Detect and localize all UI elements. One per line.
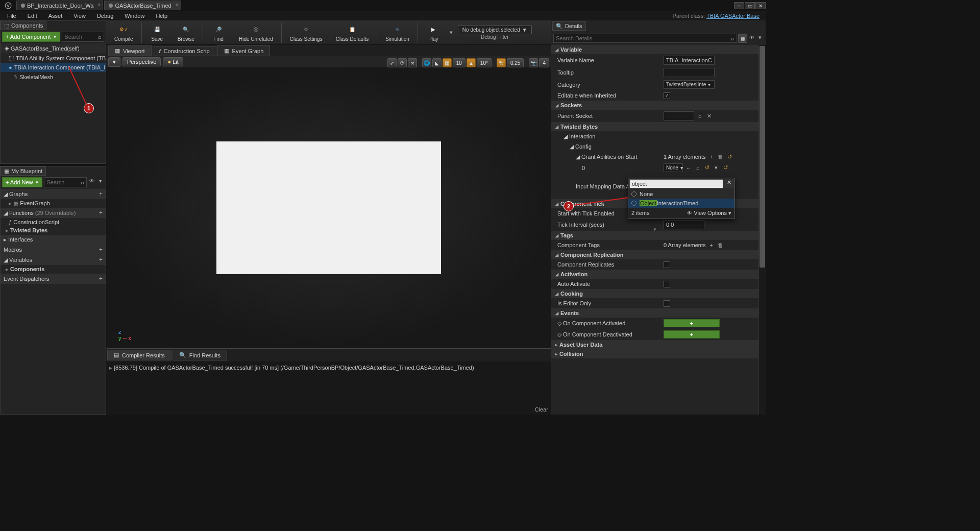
tab-construction[interactable]: f Construction Scrip	[153, 46, 216, 56]
reset-icon[interactable]: ↺	[726, 153, 733, 160]
menu-view[interactable]: View	[68, 12, 91, 20]
replicates-checkbox[interactable]	[664, 261, 670, 268]
asset-option-object-interaction[interactable]: ObjectInteractionTimed	[628, 199, 734, 208]
parent-socket-input[interactable]	[664, 111, 694, 120]
category-activation[interactable]: ◢Activation	[551, 270, 758, 279]
chevron-down-icon[interactable]: ▾	[756, 34, 764, 41]
select-mode-button[interactable]: ⤢	[387, 58, 397, 67]
scale-snap-button[interactable]: %	[497, 58, 506, 67]
function-construction[interactable]: ƒ ConstructionScript	[1, 218, 106, 226]
close-icon[interactable]: ×	[176, 2, 179, 8]
menu-file[interactable]: File	[2, 12, 21, 20]
add-new-button[interactable]: + Add New ▼	[2, 177, 42, 187]
blueprint-search-input[interactable]	[46, 179, 81, 185]
add-element-icon[interactable]: +	[708, 153, 715, 160]
eye-icon[interactable]	[748, 34, 755, 41]
browse-button[interactable]: 🔍 Browse	[172, 22, 201, 43]
asset-search-input[interactable]	[629, 179, 723, 188]
clear-search-button[interactable]: ✕	[724, 179, 733, 188]
property-matrix-button[interactable]: ▦	[738, 34, 747, 43]
angle-snap-value[interactable]: 10°	[477, 58, 492, 67]
details-search[interactable]: ⌕	[553, 34, 737, 43]
clear-button[interactable]: Clear	[535, 406, 548, 413]
section-functions[interactable]: ◢ Functions (29 Overridable) +	[1, 208, 106, 218]
add-icon[interactable]: +	[99, 256, 103, 263]
add-component-button[interactable]: + Add Component ▼	[2, 32, 60, 42]
menu-edit[interactable]: Edit	[22, 12, 42, 20]
debug-object-dropdown[interactable]: No debug object selected ▼	[458, 26, 532, 34]
blueprint-search[interactable]: ⌕	[44, 177, 87, 187]
sub-interaction[interactable]: ◢ Interaction	[551, 133, 664, 140]
parent-class-link[interactable]: TBIA GASActor Base	[706, 13, 760, 19]
close-window-button[interactable]: ✕	[755, 2, 766, 9]
my-blueprint-tab[interactable]: ▦ My Blueprint	[1, 166, 46, 176]
class-defaults-button[interactable]: 📋 Class Defaults	[330, 22, 375, 43]
array-element-dropdown[interactable]: None▾	[664, 163, 683, 172]
category-collision[interactable]: ▸Collision	[551, 349, 758, 358]
tooltip-input[interactable]	[664, 68, 715, 77]
compiler-log[interactable]: ▸ [8536.79] Compile of GASActorBase_Time…	[106, 361, 551, 415]
find-button[interactable]: 🔎 Find	[205, 22, 232, 43]
section-variables[interactable]: ◢ Variables +	[1, 255, 106, 265]
category-asset-user-data[interactable]: ▸Asset User Data	[551, 340, 758, 349]
section-interfaces[interactable]: ▸ Interfaces	[1, 235, 106, 245]
category-events[interactable]: ◢Events	[551, 308, 758, 318]
trash-icon[interactable]: 🗑	[717, 153, 724, 160]
eye-icon[interactable]	[88, 177, 95, 184]
section-event-dispatchers[interactable]: Event Dispatchers +	[1, 274, 106, 284]
category-variable[interactable]: ◢Variable	[551, 45, 758, 54]
section-macros[interactable]: Macros +	[1, 245, 106, 255]
details-scrollbar[interactable]	[758, 45, 766, 415]
add-icon[interactable]: +	[99, 190, 103, 198]
class-settings-button[interactable]: ⚙ Class Settings	[284, 22, 329, 43]
viewport-canvas[interactable]: z y ─ x	[106, 67, 551, 348]
add-icon[interactable]: +	[99, 209, 103, 216]
component-root[interactable]: ◈ GASActorBase_Timed(self)	[1, 43, 106, 53]
category-twisted-bytes[interactable]: ◢Twisted Bytes	[551, 122, 758, 131]
component-ability-system[interactable]: ⬚ TBIA Ability System Component (TBIA_Al	[1, 53, 106, 63]
menu-asset[interactable]: Asset	[43, 12, 68, 20]
file-tab-gasactor[interactable]: GASActorBase_Timed ×	[104, 1, 181, 10]
variable-name-input[interactable]	[664, 56, 715, 65]
details-search-input[interactable]	[556, 35, 731, 41]
editor-only-checkbox[interactable]	[664, 300, 670, 307]
element-menu-icon[interactable]: ▾	[713, 164, 720, 172]
close-icon[interactable]: ×	[98, 2, 101, 8]
section-graphs[interactable]: ◢ Graphs +	[1, 189, 106, 199]
category-cooking[interactable]: ◢Cooking	[551, 289, 758, 298]
category-sockets[interactable]: ◢Sockets	[551, 101, 758, 110]
menu-help[interactable]: Help	[151, 12, 173, 20]
transform-mode-button[interactable]: ⟳	[398, 58, 407, 67]
compile-button[interactable]: ⚙✓ Compile	[108, 22, 139, 43]
component-interaction[interactable]: ● TBIA Interaction Component (TBIA_Inter…	[1, 63, 106, 72]
hide-unrelated-button[interactable]: ⛓ Hide Unrelated	[233, 22, 279, 43]
minimize-button[interactable]: ─	[734, 2, 744, 9]
asset-option-none[interactable]: None	[628, 189, 734, 199]
scale-mode-button[interactable]: ⤧	[408, 58, 417, 67]
clear-icon[interactable]: ✕	[705, 112, 713, 119]
browse-icon[interactable]: ⌕	[694, 164, 701, 172]
camera-speed-button[interactable]: 📷	[529, 58, 538, 67]
view-options-dropdown[interactable]: View Options ▾	[687, 210, 731, 216]
add-icon[interactable]: +	[99, 275, 103, 282]
details-tab[interactable]: 🔍 Details	[552, 21, 586, 31]
grid-snap-button[interactable]: ▦	[443, 58, 452, 67]
perspective-button[interactable]: Perspective	[122, 57, 161, 66]
auto-activate-checkbox[interactable]	[664, 281, 670, 287]
tab-compiler-results[interactable]: ▤ Compiler Results	[107, 350, 172, 360]
graph-eventgraph[interactable]: ▸ ▦ EventGraph	[1, 199, 106, 208]
menu-debug[interactable]: Debug	[92, 12, 118, 20]
add-element-icon[interactable]: +	[708, 242, 715, 249]
sub-config[interactable]: ◢ Config	[551, 143, 664, 150]
component-skeletal-mesh[interactable]: ⋔ SkeletalMesh	[1, 72, 106, 82]
play-button[interactable]: ▶ Play	[420, 22, 447, 43]
details-body[interactable]: ◢Variable Variable Name Tooltip Category…	[551, 45, 758, 415]
add-activated-event-button[interactable]: +	[664, 319, 720, 327]
tab-find-results[interactable]: 🔍 Find Results	[173, 350, 227, 360]
grid-snap-value[interactable]: 10	[453, 58, 465, 67]
editable-checkbox[interactable]: ✓	[664, 92, 670, 99]
components-panel-tab[interactable]: ⬚ Components	[1, 21, 46, 30]
function-twisted-bytes[interactable]: ▸ Twisted Bytes	[1, 226, 106, 235]
angle-snap-button[interactable]: ▲	[467, 58, 476, 67]
chevron-down-icon[interactable]: ▾	[97, 177, 104, 184]
